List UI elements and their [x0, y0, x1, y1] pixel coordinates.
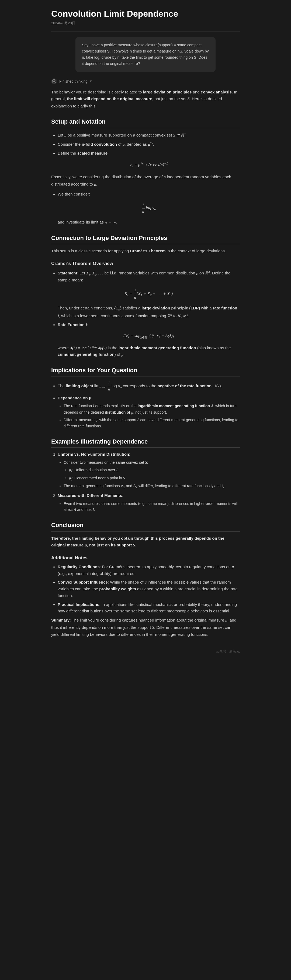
section-conclusion: Conclusion	[51, 520, 240, 531]
setup-item-1: Let μ be a positive measure supported on…	[58, 131, 240, 139]
math-rate-function: I(x) = supλ∈ℝd {⟨λ, x⟩ − Λ(λ)}	[58, 332, 240, 340]
example-1-sublist: Consider two measures on the same convex…	[58, 460, 240, 490]
section-implications: Implications for Your Question	[51, 366, 240, 377]
user-message-box: Say I have a positive measure whose clos…	[75, 37, 216, 72]
svg-point-1	[53, 81, 55, 82]
implications-item-1: The limiting object limn→∞ 1n log νn cor…	[58, 380, 240, 392]
cramers-theorem-title: Cramér's Theorem Overview	[51, 260, 240, 267]
setup-para: Essentially, we're considering the distr…	[51, 173, 240, 188]
math-sample-mean: Sn = 1n(X1 + X2 + . . . + Xn)	[58, 288, 240, 301]
example-1-mu1: μ1: Uniform distribution over S.	[69, 467, 240, 474]
example-1-sub-1: The moment generating functions Λ1 and Λ…	[64, 483, 240, 490]
section-ldp: Connection to Large Deviation Principles	[51, 233, 240, 244]
implications-sublist: The rate function I depends explicitly o…	[58, 403, 240, 429]
setup-list-2: We then consider: 1n log νn and investig…	[51, 191, 240, 226]
ldp-intro: This setup is a classic scenario for app…	[51, 248, 240, 255]
cramers-list: Statement: Let X1, X2, . . . be i.i.d. r…	[51, 269, 240, 358]
section-setup-notation: Setup and Notation	[51, 117, 240, 128]
thinking-row[interactable]: Finished thinking ∨	[51, 78, 240, 84]
math-log-formula: 1n log νn	[58, 202, 240, 215]
note-regularity: Regularity Conditions: For Cramér's theo…	[58, 564, 240, 577]
page-title: Convolution Limit Dependence	[51, 9, 240, 19]
thinking-chevron-icon: ∨	[90, 79, 92, 84]
cramers-statement: Statement: Let X1, X2, . . . be i.i.d. r…	[58, 269, 240, 320]
example-1-bullets: μ1: Uniform distribution over S. μ2: Con…	[64, 467, 240, 482]
response-intro: The behavior you're describing is closel…	[51, 89, 240, 110]
additional-notes-title: Additional Notes	[51, 554, 240, 562]
additional-notes-list: Regularity Conditions: For Cramér's theo…	[51, 564, 240, 614]
setup-item-3: Define the scaled measure: νn = μ*n ∘ (x…	[58, 150, 240, 169]
thinking-icon	[51, 78, 57, 84]
implications-list: The limiting object limn→∞ 1n log νn cor…	[51, 380, 240, 429]
example-1-sub-0: Consider two measures on the same convex…	[64, 460, 240, 466]
section-examples: Examples Illustrating Dependence	[51, 437, 240, 448]
setup-list: Let μ be a positive measure supported on…	[51, 131, 240, 169]
examples-list: Uniform vs. Non-uniform Distribution: Co…	[51, 451, 240, 513]
implications-sub-1: The rate function I depends explicitly o…	[64, 403, 240, 415]
example-2-sub-1: Even if two measures share some moments …	[64, 501, 240, 513]
divider	[51, 32, 240, 32]
user-message-text: Say I have a positive measure whose clos…	[82, 43, 209, 66]
note-convex-support: Convex Support Influence: While the shap…	[58, 579, 240, 599]
implications-sub-2: Different measures μ with the same suppo…	[64, 417, 240, 429]
math-scaled-measure: νn = μ*n ∘ (x ↦ x/n)−1	[58, 161, 240, 169]
conclusion-bold-para: Therefore, the limiting behavior you obt…	[51, 535, 240, 549]
example-1: Uniform vs. Non-uniform Distribution: Co…	[58, 451, 240, 490]
note-practical: Practical Implications: In applications …	[58, 601, 240, 615]
page-date: 2024年8月23日	[51, 21, 240, 26]
summary-para: Summary: The limit you're considering ca…	[51, 617, 240, 638]
thinking-label: Finished thinking	[59, 78, 87, 84]
example-1-mu2: μ2: Concentrated near a point in S.	[69, 475, 240, 482]
watermark: 公众号 · 新智元	[51, 649, 240, 654]
setup-item-2: Consider the n-fold convolution of μ, de…	[58, 141, 240, 148]
implications-item-2: Dependence on μ: The rate function I dep…	[58, 395, 240, 429]
example-2-sublist: Even if two measures share some moments …	[58, 501, 240, 513]
example-2: Measures with Different Moments: Even if…	[58, 492, 240, 513]
setup-item-4: We then consider: 1n log νn and investig…	[58, 191, 240, 226]
cramers-rate-function: Rate Function I: I(x) = supλ∈ℝd {⟨λ, x⟩ …	[58, 321, 240, 358]
